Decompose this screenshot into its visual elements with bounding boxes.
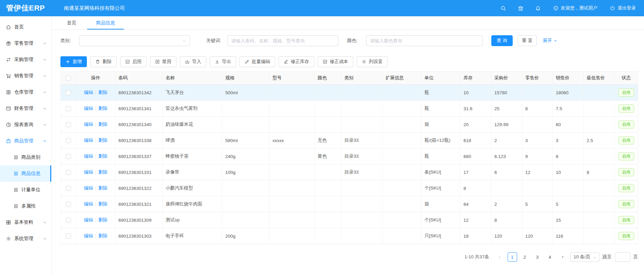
row-checkbox[interactable] xyxy=(66,234,71,239)
delete-link[interactable]: 删除 xyxy=(98,154,108,159)
delete-link[interactable]: 删除 xyxy=(98,106,108,111)
search-icon[interactable] xyxy=(500,5,506,11)
batch-edit-button[interactable]: 批量编辑 xyxy=(240,56,275,67)
header-checkbox-cell xyxy=(61,72,76,85)
delete-link[interactable]: 删除 xyxy=(98,90,108,95)
row-checkbox[interactable] xyxy=(66,138,71,143)
page-button-4[interactable]: 4 xyxy=(545,252,555,262)
trash-icon xyxy=(95,59,100,64)
edit-link[interactable]: 编辑 xyxy=(84,201,93,206)
cell-ext-info xyxy=(382,101,421,117)
row-checkbox[interactable] xyxy=(66,122,71,127)
page-size-select[interactable]: 10 条/页 xyxy=(570,252,600,262)
delete-link[interactable]: 删除 xyxy=(98,217,108,222)
fix-stock-button[interactable]: 修正库存 xyxy=(279,56,314,67)
sidebar-item-finance[interactable]: 财务管理 xyxy=(0,100,51,117)
fix-cost-button[interactable]: 修正成本 xyxy=(318,56,353,67)
sidebar-item-measure-unit[interactable]: 计量单位 xyxy=(0,182,51,198)
sidebar-item-multi-attribute[interactable]: 多属性 xyxy=(0,198,51,214)
delete-link[interactable]: 删除 xyxy=(98,201,108,206)
search-button[interactable]: 查询 xyxy=(491,35,513,46)
enable-button[interactable]: 启用 xyxy=(120,56,147,67)
column-settings-button[interactable]: 列设置 xyxy=(357,56,388,67)
checkbox-cell xyxy=(61,180,76,196)
table-row: 编辑|删除6901236301331录像带100g目录33条[SKU]17612… xyxy=(61,164,638,180)
cell-ext-info xyxy=(382,228,421,244)
row-checkbox[interactable] xyxy=(66,186,71,191)
select-all-checkbox[interactable] xyxy=(66,76,71,81)
table-row: 编辑|删除6901236301341雷达杀虫气雾剂瓶31.62587.5启用 xyxy=(61,101,638,117)
edit-link[interactable]: 编辑 xyxy=(84,170,93,175)
row-checkbox[interactable] xyxy=(66,218,71,223)
delete-button[interactable]: 删除 xyxy=(90,56,117,67)
table-row: 编辑|删除6901236301309测试sp个[SKU]12815启用 xyxy=(61,212,638,228)
delete-link[interactable]: 删除 xyxy=(98,233,108,238)
bank-icon[interactable] xyxy=(518,5,524,11)
cell-retail-price: 12 xyxy=(522,164,553,180)
delete-link[interactable]: 删除 xyxy=(98,170,108,175)
page-button-2[interactable]: 2 xyxy=(520,252,530,262)
row-checkbox[interactable] xyxy=(66,202,71,207)
sidebar-item-sales[interactable]: 销售管理 xyxy=(0,68,51,84)
edit-link[interactable]: 编辑 xyxy=(84,154,93,159)
expand-link[interactable]: 展开 xyxy=(543,38,557,44)
column-header: 零售价 xyxy=(522,72,553,85)
disable-button[interactable]: 禁用 xyxy=(150,56,176,67)
cell-category xyxy=(341,196,382,212)
edit-link[interactable]: 编辑 xyxy=(84,185,93,191)
row-checkbox[interactable] xyxy=(66,90,71,95)
status-cell: 启用 xyxy=(614,180,638,196)
button-label: 导出 xyxy=(222,59,231,65)
sidebar-item-system[interactable]: 系统管理 xyxy=(0,231,51,247)
user-menu[interactable]: 欢迎您，测试用户 xyxy=(553,5,598,11)
edit-link[interactable]: 编辑 xyxy=(84,217,93,222)
row-checkbox[interactable] xyxy=(66,154,71,159)
sidebar-item-report[interactable]: 报表查询 xyxy=(0,117,51,133)
prev-page-button[interactable] xyxy=(495,252,505,262)
sidebar-item-home[interactable]: 首页 xyxy=(0,19,51,35)
sidebar-item-retail[interactable]: 零售管理 xyxy=(0,35,51,52)
cell-ext-info xyxy=(382,164,421,180)
sidebar-item-product[interactable]: 商品管理 xyxy=(0,133,51,149)
expand-link-label: 展开 xyxy=(543,38,552,44)
page-button-1[interactable]: 1 xyxy=(508,252,517,262)
next-page-button[interactable] xyxy=(558,252,567,262)
delete-link[interactable]: 删除 xyxy=(98,122,108,127)
checkbox-cell xyxy=(61,164,76,180)
row-checkbox[interactable] xyxy=(66,170,71,175)
category-select[interactable] xyxy=(79,35,190,46)
sidebar-item-product-info[interactable]: 商品信息 xyxy=(0,165,51,182)
color-input[interactable] xyxy=(366,35,483,46)
bell-icon[interactable] xyxy=(535,5,541,11)
cell-min-price xyxy=(584,196,614,212)
page-button-3[interactable]: 3 xyxy=(533,252,542,262)
tab-product-info[interactable]: 商品信息 xyxy=(96,16,115,29)
sidebar-item-basic-data[interactable]: 基本资料 xyxy=(0,214,51,231)
jump-page-input[interactable] xyxy=(615,252,630,262)
sidebar-item-warehouse[interactable]: 仓库管理 xyxy=(0,84,51,100)
tab-home[interactable]: 首页 xyxy=(67,16,76,29)
delete-link[interactable]: 删除 xyxy=(98,138,108,143)
cell-name: 雷达杀虫气雾剂 xyxy=(163,101,222,117)
export-button[interactable]: 导出 xyxy=(210,56,236,67)
edit-link[interactable]: 编辑 xyxy=(84,122,93,127)
keyword-input[interactable] xyxy=(227,35,338,46)
add-button[interactable]: 新增 xyxy=(60,56,87,67)
delete-link[interactable]: 删除 xyxy=(98,185,108,191)
sidebar-item-product-category[interactable]: 商品类别 xyxy=(0,149,51,165)
edit-link[interactable]: 编辑 xyxy=(84,233,93,238)
cell-model xyxy=(269,85,315,101)
edit-link[interactable]: 编辑 xyxy=(84,106,93,111)
cell-stock: 10 xyxy=(460,85,491,101)
import-button[interactable]: 导入 xyxy=(180,56,206,67)
edit-link[interactable]: 编辑 xyxy=(84,138,93,143)
cell-spec xyxy=(222,180,269,196)
reset-button[interactable]: 重置 xyxy=(518,35,537,46)
edit-link[interactable]: 编辑 xyxy=(84,90,93,95)
sidebar-item-purchase[interactable]: 采购管理 xyxy=(0,52,51,68)
logout-button[interactable]: 退出登录 xyxy=(610,5,636,11)
action-separator: | xyxy=(95,122,96,127)
actions-cell: 编辑|删除 xyxy=(76,133,115,149)
gear-icon xyxy=(6,236,11,241)
row-checkbox[interactable] xyxy=(66,106,71,111)
